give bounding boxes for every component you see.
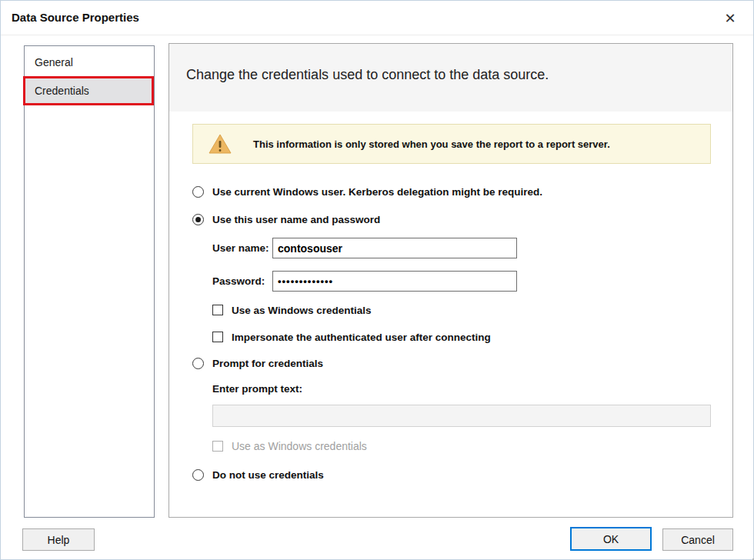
username-label: User name: (212, 242, 272, 254)
checkbox-windows-credentials-prompt: Use as Windows credentials (212, 438, 367, 454)
radio-icon (192, 358, 204, 369)
pane-heading: Change the credentials used to connect t… (186, 67, 549, 83)
password-row: Password: (212, 271, 517, 292)
radio-label: Prompt for credentials (212, 358, 323, 369)
close-icon[interactable]: ✕ (719, 8, 741, 28)
password-input[interactable] (272, 271, 517, 292)
warning-banner: This information is only stored when you… (192, 124, 711, 164)
cancel-button[interactable]: Cancel (662, 528, 733, 551)
password-label: Password: (212, 275, 272, 287)
warning-triangle-icon (209, 134, 232, 154)
radio-label: Use this user name and password (212, 214, 380, 225)
pane-header: Change the credentials used to connect t… (169, 44, 732, 112)
sidebar-item-label: General (35, 56, 73, 68)
username-row: User name: (212, 238, 517, 258)
warning-text: This information is only stored when you… (253, 138, 610, 150)
checkbox-windows-credentials[interactable]: Use as Windows credentials (212, 302, 371, 318)
credentials-pane: Change the credentials used to connect t… (168, 43, 733, 518)
checkbox-impersonate[interactable]: Impersonate the authenticated user after… (212, 329, 491, 345)
radio-label: Use current Windows user. Kerberos deleg… (212, 186, 542, 198)
checkbox-disabled-icon (212, 441, 223, 452)
radio-icon (192, 469, 204, 481)
sidebar-item-label: Credentials (35, 85, 89, 97)
radio-label: Do not use credentials (212, 469, 324, 481)
help-button[interactable]: Help (22, 528, 95, 551)
radio-selected-icon (192, 214, 204, 225)
checkbox-label: Use as Windows credentials (232, 440, 367, 452)
radio-current-windows-user[interactable]: Use current Windows user. Kerberos deleg… (192, 184, 542, 199)
checkbox-label: Use as Windows credentials (232, 305, 371, 316)
sidebar-item-credentials[interactable]: Credentials (25, 77, 154, 105)
resize-grip[interactable] (748, 554, 749, 555)
prompt-text-input (212, 405, 711, 427)
radio-icon (192, 186, 204, 198)
prompt-text-label: Enter prompt text: (212, 383, 302, 395)
dialog-title: Data Source Properties (12, 11, 139, 24)
checkbox-icon (212, 332, 223, 342)
ok-button[interactable]: OK (570, 527, 652, 551)
checkbox-icon (212, 305, 223, 315)
data-source-properties-dialog: Data Source Properties ✕ General Credent… (0, 0, 754, 560)
titlebar: Data Source Properties ✕ (1, 1, 753, 35)
radio-prompt-credentials[interactable]: Prompt for credentials (192, 355, 323, 371)
sidebar: General Credentials (24, 45, 155, 518)
checkbox-label: Impersonate the authenticated user after… (232, 332, 491, 343)
sidebar-item-general[interactable]: General (25, 48, 154, 77)
radio-username-password[interactable]: Use this user name and password (192, 212, 380, 227)
username-input[interactable] (272, 238, 517, 258)
radio-no-credentials[interactable]: Do not use credentials (192, 467, 324, 482)
